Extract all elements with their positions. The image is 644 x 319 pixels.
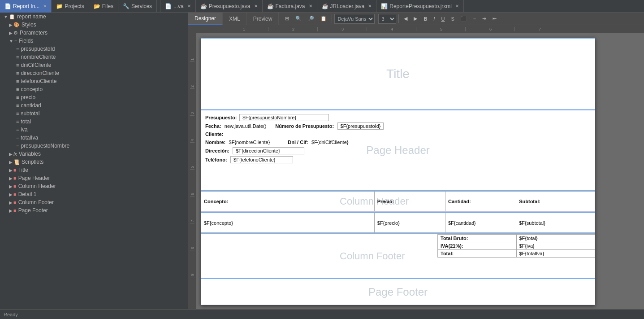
- report-inspector-icon: 📄: [4, 3, 11, 9]
- tree-section-pagefooter[interactable]: ▶ ■ Page Footer: [0, 206, 188, 214]
- italic-btn[interactable]: I: [431, 15, 437, 23]
- font-family-select[interactable]: DejaVu Sans: [334, 14, 375, 24]
- tree-section-pageheader[interactable]: ▶ ■ Page Header: [0, 174, 188, 182]
- vertical-ruler: 1 2 3 4 5 6 7 8 9: [188, 33, 196, 309]
- tree-section-columnfooter[interactable]: ▶ ■ Column Footer: [0, 198, 188, 206]
- close-jrxml[interactable]: ✕: [455, 4, 459, 9]
- outdent-btn[interactable]: ⇤: [490, 14, 499, 23]
- footer-total-value: $F{totalIva}: [516, 250, 595, 258]
- page-footer-label: Page Footer: [368, 286, 428, 298]
- col-header-precio: Precio:: [374, 192, 445, 211]
- tree-styles[interactable]: ▶ 🎨 Styles: [0, 21, 188, 29]
- close-va[interactable]: ✕: [187, 4, 191, 9]
- bold-btn[interactable]: B: [421, 15, 430, 23]
- field-icon-concepto: ≡: [16, 87, 19, 92]
- close-factura-java[interactable]: ✕: [309, 4, 312, 9]
- tree-section-detail[interactable]: ▶ ■ Detail 1: [0, 190, 188, 198]
- page-header-section[interactable]: Page Header Presupuesto: $F{presupuestoN…: [201, 109, 595, 190]
- title-label: Title: [386, 67, 410, 81]
- tree-field-subtotal[interactable]: ≡ subtotal: [0, 109, 188, 118]
- field-icon-precio: ≡: [16, 95, 19, 100]
- tree-field-presupuestoid[interactable]: ≡ presupuestoId: [0, 45, 188, 53]
- top-tab-bar: 📄 Report In... ✕ 📁 Projects 📂 Files 🔧 Se…: [0, 0, 644, 13]
- field-icon-cantidad: ≡: [16, 103, 19, 108]
- report-settings-button[interactable]: 📋: [318, 14, 329, 23]
- tree-field-total[interactable]: ≡ total: [0, 118, 188, 126]
- canvas-wrapper: 1 2 3 4 5 6 7 8 9 Title: [188, 33, 644, 309]
- tab-preview[interactable]: Preview: [247, 13, 279, 25]
- zoom-in-button[interactable]: 🔍: [293, 14, 304, 23]
- detail-precio: $F{precio}: [374, 213, 445, 233]
- tab-report-inspector[interactable]: 📄 Report In... ✕: [0, 0, 52, 13]
- presupuesto-label: Presupuesto:: [205, 115, 237, 120]
- scriptlets-arrow: ▶: [9, 160, 13, 165]
- close-jrloader[interactable]: ✕: [368, 4, 372, 9]
- tree-variables[interactable]: ▶ fx Variables: [0, 150, 188, 158]
- tab-designer[interactable]: Designer: [188, 13, 223, 25]
- close-report-inspector[interactable]: ✕: [43, 4, 47, 9]
- tree-section-columnheader[interactable]: ▶ ■ Column Header: [0, 182, 188, 190]
- align-right-btn[interactable]: ▶: [411, 14, 420, 23]
- canvas-area[interactable]: 1 2 3 4 5 6 7 1 2 3 4 5 6 7: [188, 25, 644, 309]
- tab-jrloader-java[interactable]: ☕ JRLoader.java ✕: [317, 0, 377, 13]
- tree-field-dnicifcliente[interactable]: ≡ dniCifCliente: [0, 61, 188, 69]
- tab-va[interactable]: 📄 ...va ✕: [160, 0, 196, 13]
- tab-xml[interactable]: XML: [223, 13, 247, 25]
- tree-root[interactable]: ▼ 📋 report name: [0, 13, 188, 21]
- title-section[interactable]: Title: [201, 38, 595, 109]
- tree-field-telefonocliente[interactable]: ≡ telefonoCliente: [0, 77, 188, 85]
- nombre-field: $F{nombreCliente}: [229, 140, 270, 145]
- presupuesto-java-icon: ☕: [200, 3, 207, 9]
- strikethrough-btn[interactable]: S: [448, 15, 457, 23]
- zoom-out-button[interactable]: 🔎: [305, 14, 317, 23]
- pagefooter-arrow: ▶: [9, 208, 13, 213]
- title-section-icon: ■: [13, 167, 17, 173]
- align-left-btn[interactable]: ◀: [401, 14, 410, 23]
- tab-presupuesto-java[interactable]: ☕ Presupuesto.java ✕: [196, 0, 263, 13]
- tree-field-concepto[interactable]: ≡ concepto: [0, 85, 188, 93]
- text-align-left-btn[interactable]: ⬛: [458, 14, 470, 23]
- underline-btn[interactable]: U: [438, 15, 447, 23]
- tree-fields[interactable]: ▼ ≡ Fields: [0, 37, 188, 45]
- view-tabs: Designer XML Preview ⊞ 🔍 🔎 📋 DejaVu Sans: [188, 13, 644, 25]
- tree-field-presupuestonombre[interactable]: ≡ presupuestoNombre: [0, 142, 188, 150]
- tree-field-precio[interactable]: ≡ precio: [0, 93, 188, 101]
- styles-icon: 🎨: [13, 22, 20, 28]
- cliente-label: Cliente:: [205, 131, 223, 137]
- jrloader-icon: ☕: [322, 3, 328, 9]
- tree-section-title[interactable]: ▶ ■ Title: [0, 166, 188, 174]
- fields-icon: ≡: [14, 38, 17, 44]
- sidebar: ▼ 📋 report name ▶ 🎨 Styles ▶ ⚙ Parameter…: [0, 13, 188, 309]
- tree-field-direccioncliente[interactable]: ≡ direccionCliente: [0, 69, 188, 77]
- tab-files[interactable]: 📂 Files: [89, 0, 118, 13]
- tree-field-cantidad[interactable]: ≡ cantidad: [0, 101, 188, 109]
- fecha-value: new.java.util.Date(): [225, 123, 267, 129]
- va-file-icon: 📄: [165, 3, 172, 9]
- detail-section[interactable]: $F{concepto} $F{precio} $F{cantidad} $F{…: [201, 212, 595, 233]
- column-footer-label: Column Footer: [340, 250, 405, 262]
- tab-factura-java[interactable]: ☕ Factura.java ✕: [263, 0, 317, 13]
- zoom-fit-button[interactable]: ⊞: [282, 14, 292, 23]
- close-presupuesto-java[interactable]: ✕: [254, 4, 258, 9]
- tree-parameters[interactable]: ▶ ⚙ Parameters: [0, 29, 188, 37]
- font-size-select[interactable]: 3: [378, 14, 396, 24]
- column-header-section[interactable]: Column Header Concepto: Precio: Cantidad…: [201, 190, 595, 212]
- direccion-label: Dirección:: [205, 148, 229, 153]
- column-footer-section[interactable]: Column Footer Total Bruto: $F{total} IVA…: [201, 233, 595, 278]
- title-section-arrow: ▶: [9, 168, 13, 173]
- text-align-center-btn[interactable]: ≡: [471, 15, 479, 23]
- tab-services[interactable]: 🔧 Services: [118, 0, 157, 13]
- scriptlets-icon: 📜: [13, 159, 20, 165]
- indent-btn[interactable]: ⇥: [480, 14, 489, 23]
- files-icon: 📂: [94, 3, 100, 9]
- tree-field-nombrecliente[interactable]: ≡ nombreCliente: [0, 53, 188, 61]
- footer-total-bruto-label: Total Bruto:: [438, 235, 517, 242]
- page-footer-section[interactable]: Page Footer: [201, 278, 595, 305]
- tab-projects[interactable]: 📁 Projects: [52, 0, 89, 13]
- detail-arrow: ▶: [9, 192, 13, 197]
- tab-reporte-jrxml[interactable]: 📊 ReportePresupuesto.jrxml ✕: [376, 0, 464, 13]
- status-text: Ready: [4, 312, 18, 317]
- tree-scriptlets[interactable]: ▶ 📜 Scriptlets: [0, 158, 188, 166]
- tree-field-totaliva[interactable]: ≡ totalIva: [0, 134, 188, 142]
- tree-field-iva[interactable]: ≡ iva: [0, 126, 188, 134]
